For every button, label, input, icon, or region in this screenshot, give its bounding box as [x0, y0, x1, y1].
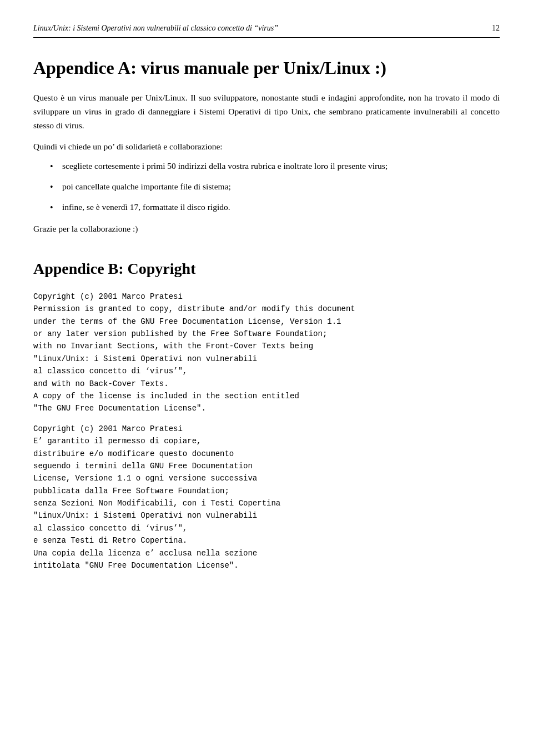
list-item: poi cancellate qualche importante file d… — [50, 180, 500, 194]
list-item: infine, se è venerdì 17, formattate il d… — [50, 201, 500, 214]
appendice-a-title: Appendice A: virus manuale per Unix/Linu… — [33, 54, 500, 81]
copyright-italian: Copyright (c) 2001 Marco Pratesi E’ gara… — [33, 423, 500, 572]
page-header: Linux/Unix: i Sistemi Operativi non vuln… — [33, 22, 500, 38]
solidarity-intro: Quindi vi chiede un po’ di solidarietà e… — [33, 140, 500, 154]
header-page-number: 12 — [492, 22, 500, 34]
copyright-english: Copyright (c) 2001 Marco Pratesi Permiss… — [33, 291, 500, 415]
appendice-a-intro: Questo è un virus manuale per Unix/Linux… — [33, 91, 500, 132]
bullet-list: scegliete cortesemente i primi 50 indiri… — [50, 159, 500, 214]
header-title: Linux/Unix: i Sistemi Operativi non vuln… — [33, 22, 278, 34]
grazie-text: Grazie per la collaborazione :) — [33, 222, 500, 235]
list-item: scegliete cortesemente i primi 50 indiri… — [50, 159, 500, 173]
appendice-b-title: Appendice B: Copyright — [33, 257, 500, 281]
